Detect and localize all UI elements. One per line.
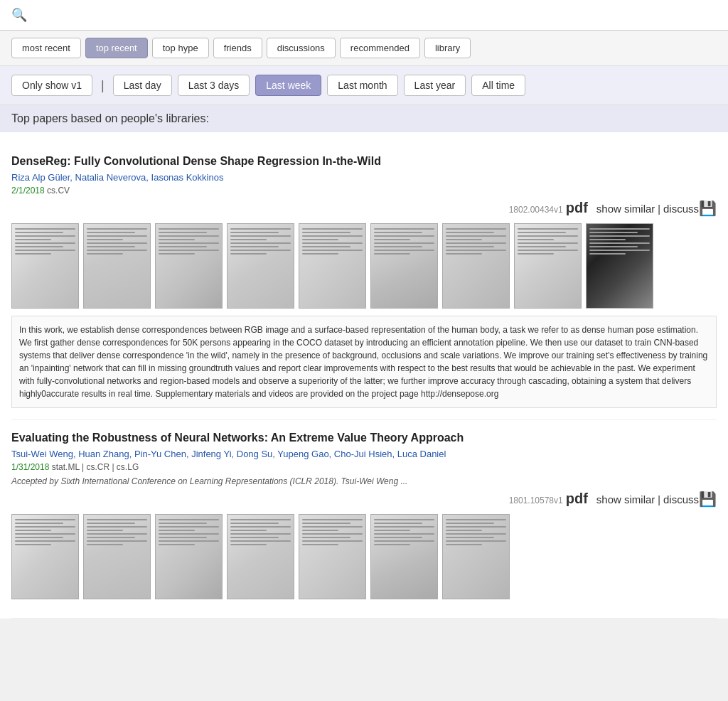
discuss-link-1[interactable]: discuss <box>663 493 699 505</box>
paper-abstract-0: In this work, we establish dense corresp… <box>11 316 717 408</box>
filter-last-day[interactable]: Last day <box>113 75 172 96</box>
filter-all-time[interactable]: All time <box>471 75 525 96</box>
thumbnail-1-3[interactable] <box>227 514 294 599</box>
save-icon-1[interactable]: 💾 <box>699 491 717 508</box>
save-icon-0[interactable]: 💾 <box>699 200 717 217</box>
thumbnail-0-3[interactable] <box>227 223 294 309</box>
papers-container: DenseReg: Fully Convolutional Dense Shap… <box>11 144 717 619</box>
section-header: Top papers based on people's libraries: <box>0 105 728 132</box>
thumbnail-1-2[interactable] <box>155 514 223 599</box>
tab-most-recent[interactable]: most recent <box>11 38 81 58</box>
tab-friends[interactable]: friends <box>213 38 262 58</box>
tab-discussions[interactable]: discussions <box>267 38 336 58</box>
main-content: Top papers based on people's libraries: … <box>0 105 728 619</box>
thumbnail-0-8[interactable] <box>586 223 653 309</box>
thumbnail-1-1[interactable] <box>83 514 151 599</box>
search-icon: 🔍 <box>11 7 27 23</box>
thumbnail-0-7[interactable] <box>514 223 582 309</box>
paper-actions-1: 1801.10578v1pdfshow similar|discuss💾 <box>11 491 717 507</box>
paper-version-1: 1801.10578v1 <box>509 496 563 505</box>
thumbnails-1 <box>11 514 717 599</box>
thumbnail-1-0[interactable] <box>11 514 79 599</box>
paper-meta-0: 2/1/2018 cs.CV <box>11 186 717 196</box>
paper-version-0: 1802.00434v1 <box>509 205 563 215</box>
discuss-link-0[interactable]: discuss <box>663 203 699 215</box>
paper-cats-0: cs.CV <box>47 186 70 196</box>
pdf-link-0[interactable]: pdf <box>566 200 588 215</box>
paper-title-0[interactable]: DenseReg: Fully Convolutional Dense Shap… <box>11 155 717 168</box>
filter-separator: | <box>98 78 107 93</box>
paper-cats-1: stat.ML | cs.CR | cs.LG <box>52 462 139 472</box>
thumbnail-1-4[interactable] <box>299 514 366 599</box>
filter-last-3-days[interactable]: Last 3 days <box>178 75 250 96</box>
paper-title-1[interactable]: Evaluating the Robustness of Neural Netw… <box>11 432 717 444</box>
filter-only-show-v1[interactable]: Only show v1 <box>11 75 92 96</box>
show-similar-link-0[interactable]: show similar <box>596 203 655 215</box>
thumbnail-1-5[interactable] <box>370 514 438 599</box>
thumbnail-0-2[interactable] <box>155 223 223 309</box>
paper-authors-1[interactable]: Tsui-Wei Weng, Huan Zhang, Pin-Yu Chen, … <box>11 449 717 459</box>
paper-meta-1: 1/31/2018 stat.ML | cs.CR | cs.LG <box>11 462 717 472</box>
paper-accepted-1: Accepted by Sixth International Conferen… <box>11 476 717 486</box>
link-sep-0: | <box>658 203 660 215</box>
paper-entry-1: Evaluating the Robustness of Neural Netw… <box>11 420 717 619</box>
paper-entry-0: DenseReg: Fully Convolutional Dense Shap… <box>11 144 717 420</box>
paper-date-0: 2/1/2018 <box>11 186 45 196</box>
thumbnail-0-1[interactable] <box>83 223 151 309</box>
thumbnails-0 <box>11 223 717 309</box>
tab-top-recent[interactable]: top recent <box>85 38 148 58</box>
paper-actions-0: 1802.00434v1pdfshow similar|discuss💾 <box>11 200 717 216</box>
thumbnail-1-6[interactable] <box>442 514 510 599</box>
filter-last-year[interactable]: Last year <box>404 75 466 96</box>
search-bar: 🔍 <box>0 0 728 31</box>
thumbnail-0-0[interactable] <box>11 223 79 309</box>
thumbnail-0-5[interactable] <box>370 223 438 309</box>
filter-last-week[interactable]: Last week <box>255 75 321 96</box>
link-sep-1: | <box>658 494 660 505</box>
filter-bar: Only show v1|Last dayLast 3 daysLast wee… <box>0 66 728 105</box>
search-input[interactable] <box>34 9 717 21</box>
tab-top-hype[interactable]: top hype <box>152 38 209 58</box>
tab-recommended[interactable]: recommended <box>340 38 420 58</box>
paper-date-1: 1/31/2018 <box>11 462 49 472</box>
nav-tabs: most recenttop recenttop hypefriendsdisc… <box>0 31 728 66</box>
thumbnail-0-4[interactable] <box>299 223 366 309</box>
tab-library[interactable]: library <box>424 38 471 58</box>
show-similar-link-1[interactable]: show similar <box>596 493 655 505</box>
paper-authors-0[interactable]: Riza Alp Güler, Natalia Neverova, Iasona… <box>11 172 717 183</box>
pdf-link-1[interactable]: pdf <box>566 491 588 506</box>
filter-last-month[interactable]: Last month <box>327 75 397 96</box>
thumbnail-0-6[interactable] <box>442 223 510 309</box>
